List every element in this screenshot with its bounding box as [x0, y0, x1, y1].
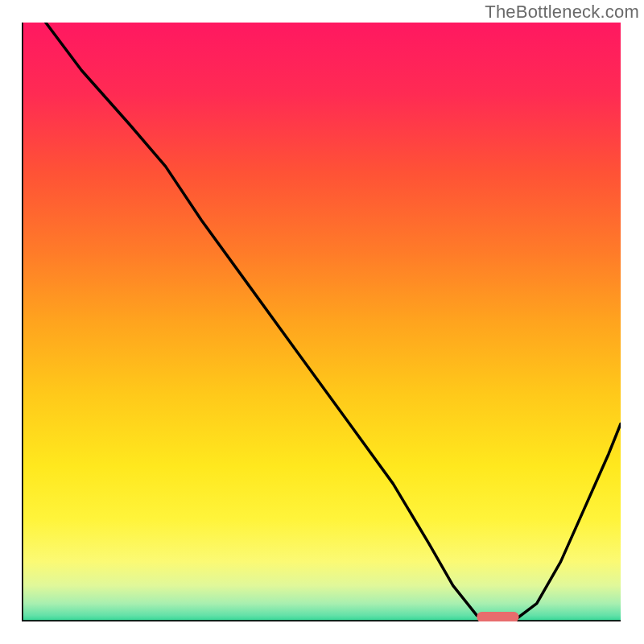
watermark-text: TheBottleneck.com — [485, 2, 639, 23]
chart-svg — [22, 23, 621, 621]
optimum-marker — [477, 612, 518, 621]
chart-background — [22, 23, 621, 621]
plot-area — [22, 23, 621, 621]
chart-frame: TheBottleneck.com — [0, 0, 644, 644]
